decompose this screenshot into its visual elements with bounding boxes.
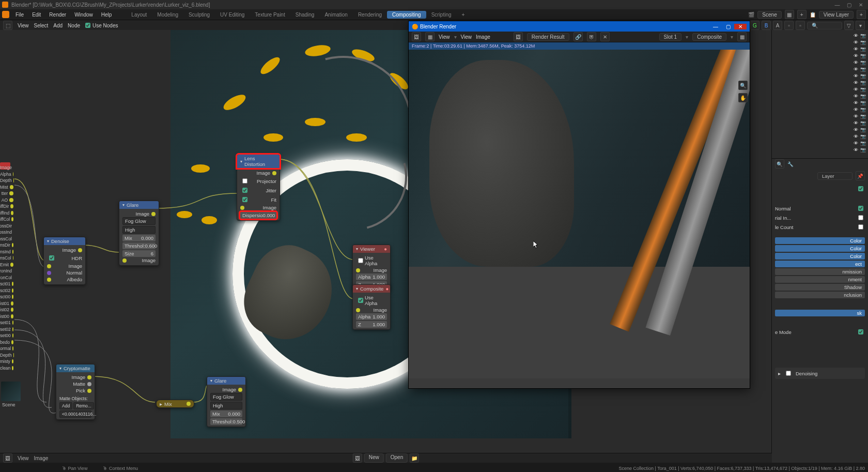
node-glare[interactable]: ▾Glare Image Fog Glow High Mix0.000 Thre… — [119, 201, 159, 266]
use-for-render-check[interactable] — [858, 186, 863, 191]
outliner-row[interactable]: 👁📷 — [774, 99, 866, 106]
search-field[interactable]: 🔍 — [807, 22, 842, 29]
render-fake-icon[interactable]: ⛨ — [587, 32, 596, 41]
glare-mix-field[interactable]: Mix0.000 — [122, 235, 156, 241]
node-cryptomatte[interactable]: ▾Cryptomatte Image Matte Pick Matte Obje… — [56, 364, 95, 420]
new-button[interactable]: New — [364, 453, 384, 463]
visibility-icon[interactable]: 👁 — [854, 94, 858, 99]
render-max-button[interactable]: ▢ — [722, 24, 734, 29]
prop-search-icon[interactable]: 🔍 — [775, 159, 784, 169]
compo-menu-add[interactable]: Add — [53, 23, 63, 28]
prop-layer-pin-icon[interactable]: 📌 — [856, 171, 865, 180]
outliner-row[interactable]: 👁📷 — [774, 32, 866, 39]
node-mix[interactable]: ▸Mix — [156, 400, 194, 408]
filter-icon[interactable]: ▽ — [844, 21, 854, 30]
render-icon[interactable]: 📷 — [860, 100, 866, 105]
tab-modeling[interactable]: Modeling — [152, 11, 183, 19]
render-icon[interactable]: 📷 — [860, 134, 866, 139]
scene-field[interactable]: Scene — [757, 11, 781, 19]
outliner-row[interactable]: 👁📷 — [774, 45, 866, 52]
prop-ect-toggle[interactable]: ect — [775, 261, 865, 267]
visibility-icon[interactable]: 👁 — [854, 33, 858, 38]
compo-menu-view[interactable]: View — [18, 23, 29, 28]
outliner-row[interactable]: 👁📷 — [774, 79, 866, 86]
compo-menu-select[interactable]: Select — [34, 23, 49, 28]
render-icon[interactable]: 📷 — [860, 67, 866, 72]
render-close-button[interactable]: ✕ — [734, 24, 747, 29]
outliner-row[interactable]: 👁📷 — [774, 126, 866, 133]
menu-window[interactable]: Window — [70, 12, 97, 18]
projector-checkbox[interactable] — [242, 178, 247, 184]
prop-color3-toggle[interactable]: Color — [775, 253, 865, 260]
visibility-icon[interactable]: 👁 — [854, 80, 858, 85]
tab-shading[interactable]: Shading — [290, 11, 320, 19]
render-icon[interactable]: 📷 — [860, 40, 866, 45]
menu-help[interactable]: Help — [97, 12, 116, 18]
render-link-icon[interactable]: 🔗 — [574, 32, 583, 41]
node-denoise[interactable]: ▾Denoise Image HDR Image Normal Albedo — [43, 237, 86, 285]
menu-file[interactable]: File — [11, 12, 28, 18]
outliner-row[interactable]: 👁📷 — [774, 133, 866, 140]
render-editor-type-icon[interactable]: 🖼 — [412, 32, 421, 41]
render-icon[interactable]: 📷 — [860, 114, 866, 119]
denoising-check[interactable] — [786, 371, 791, 376]
tab-rendering[interactable]: Rendering — [353, 11, 387, 19]
visibility-icon[interactable]: 👁 — [854, 141, 858, 146]
prop-normal-check[interactable] — [858, 206, 863, 211]
render-x-icon[interactable]: ✕ — [600, 32, 610, 41]
channel-b-icon[interactable]: B — [762, 21, 771, 30]
hdr-checkbox[interactable] — [49, 255, 54, 261]
channel-a-icon[interactable]: A — [773, 21, 782, 30]
hand-tool-icon[interactable]: ✋ — [738, 93, 748, 102]
outliner-row[interactable]: 👁📷 — [774, 146, 866, 153]
compo-menu-node[interactable]: Node — [68, 23, 80, 28]
outliner-row[interactable]: 👁📷 — [774, 72, 866, 79]
render-layer-select[interactable]: Composite — [692, 33, 726, 41]
render-window-titlebar[interactable]: 🟠 Blender Render — ▢ ✕ — [409, 21, 750, 32]
visibility-icon[interactable]: 👁 — [854, 127, 858, 132]
visibility-icon[interactable]: 👁 — [854, 114, 858, 119]
outliner-row[interactable]: 👁📷 — [774, 59, 866, 66]
minimize-button[interactable]: — — [832, 2, 842, 8]
render-icon[interactable]: 📷 — [860, 94, 866, 99]
glare-thresh-field[interactable]: Threshol:0.600 — [122, 242, 156, 249]
prop-nmission-toggle[interactable]: nmission — [775, 268, 865, 275]
zoom-tool-icon[interactable]: 🔍 — [738, 81, 748, 90]
prop-color1-toggle[interactable]: Color — [775, 237, 865, 244]
outliner-row[interactable]: 👁📷 — [774, 119, 866, 126]
prop-nment-toggle[interactable]: nment — [775, 276, 865, 283]
tab-scripting[interactable]: Scripting — [426, 11, 457, 19]
render-icon[interactable]: 📷 — [860, 80, 866, 85]
tool-1-icon[interactable]: ▫ — [784, 21, 794, 30]
glare-type-select[interactable]: Fog Glow — [122, 217, 156, 225]
scene-browse-icon[interactable]: ▦ — [785, 10, 794, 19]
channel-g-icon[interactable]: G — [750, 21, 760, 30]
glare2-quality-select[interactable]: High — [210, 402, 242, 409]
render-icon[interactable]: 📷 — [860, 73, 866, 79]
outliner-row[interactable]: 👁📷 — [774, 140, 866, 146]
fit-checkbox[interactable] — [242, 197, 247, 202]
use-nodes-checkbox[interactable] — [85, 23, 90, 28]
prop-color2-toggle[interactable]: Color — [775, 245, 865, 252]
node-glare-2[interactable]: ▾Glare Image Fog Glow High Mix0.000 Thre… — [207, 376, 246, 427]
folder-icon[interactable]: 📁 — [410, 453, 419, 463]
render-icon[interactable]: 📷 — [860, 87, 866, 92]
outliner-row[interactable]: 👁📷 — [774, 39, 866, 45]
more-icon[interactable]: ▾ — [856, 21, 865, 30]
tab-compositing[interactable]: Compositing — [387, 11, 426, 19]
render-window[interactable]: 🟠 Blender Render — ▢ ✕ 🖼 ▦ View ▾ View I… — [408, 21, 750, 389]
glare2-mix-field[interactable]: Mix0.000 — [210, 410, 242, 417]
render-icon[interactable]: 📷 — [860, 107, 866, 112]
prop-sk-toggle[interactable]: sk — [775, 310, 865, 316]
render-icon[interactable]: 📷 — [860, 141, 866, 146]
render-icon[interactable]: 📷 — [860, 127, 866, 132]
render-icon[interactable]: 📷 — [860, 120, 866, 126]
tool-2-icon[interactable]: ▫ — [796, 21, 805, 30]
visibility-icon[interactable]: 👁 — [854, 107, 858, 112]
open-button[interactable]: Open — [386, 453, 408, 463]
tab-layout[interactable]: Layout — [126, 11, 152, 19]
viewlayer-field[interactable]: View Layer — [819, 11, 854, 19]
visibility-icon[interactable]: 👁 — [854, 147, 858, 153]
glare-size-field[interactable]: Size6 — [122, 250, 156, 257]
jitter-checkbox[interactable] — [242, 188, 247, 193]
